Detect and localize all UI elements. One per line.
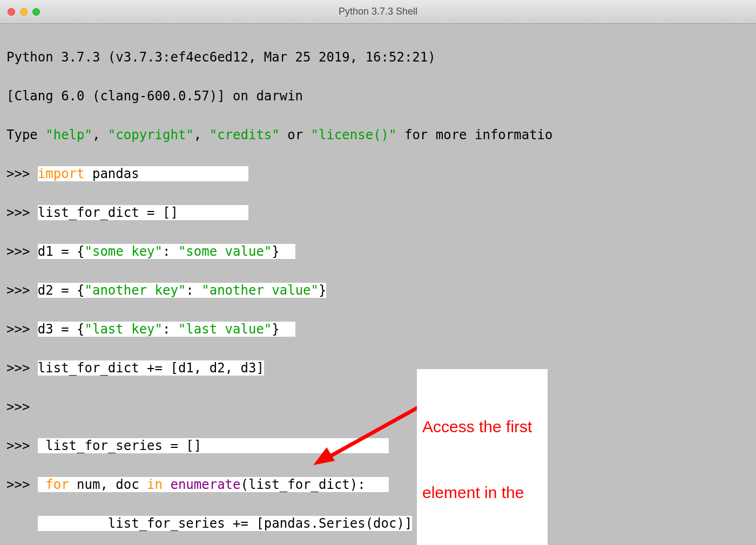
code-line: >>> d1 = {"some key": "some value"}	[6, 242, 750, 261]
code-line: >>> d2 = {"another key": "another value"…	[6, 281, 750, 300]
close-icon[interactable]	[8, 8, 15, 16]
banner-line: Type "help", "copyright", "credits" or "…	[6, 125, 750, 145]
maximize-icon[interactable]	[32, 8, 40, 16]
code-line: >>> import pandas	[6, 164, 750, 183]
window-titlebar: Python 3.7.3 Shell	[0, 0, 756, 24]
code-line: >>> list_for_series = []	[6, 436, 750, 455]
code-line: >>> list_for_dict = []	[6, 203, 750, 222]
window-title: Python 3.7.3 Shell	[0, 6, 756, 17]
code-line: list_for_series += [pandas.Series(doc)]	[6, 514, 750, 533]
annotation-callout: Access the first element in the list and…	[417, 369, 548, 545]
banner-line: Python 3.7.3 (v3.7.3:ef4ec6ed12, Mar 25 …	[6, 47, 750, 67]
banner-line: [Clang 6.0 (clang-600.0.57)] on darwin	[6, 86, 750, 106]
code-line: >>> list_for_dict += [d1, d2, d3]	[6, 358, 750, 378]
minimize-icon[interactable]	[20, 8, 28, 16]
shell-terminal[interactable]: Python 3.7.3 (v3.7.3:ef4ec6ed12, Mar 25 …	[0, 24, 756, 545]
traffic-lights	[8, 8, 40, 16]
annotation-text: Access the first	[422, 416, 541, 438]
code-line: >>> d3 = {"last key": "last value"}	[6, 319, 750, 339]
code-line: >>> for num, doc in enumerate(list_for_d…	[6, 475, 750, 494]
code-line: >>>	[6, 397, 750, 417]
annotation-text: element in the	[422, 482, 541, 504]
